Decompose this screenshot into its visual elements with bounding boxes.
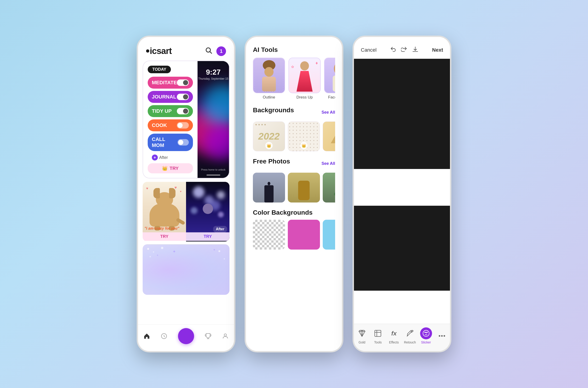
ai-tool-dressup[interactable]: ♦ ✿ Dress Up xyxy=(288,58,321,100)
orb3 xyxy=(217,191,225,199)
unlock-text: Press home to unlock xyxy=(198,168,229,171)
ai-tools-title: AI Tools xyxy=(253,46,335,53)
phone1-frame: icsart 1 TODAY MEDITATE xyxy=(137,36,235,352)
free-photos-list xyxy=(253,173,335,202)
editor-canvas-top xyxy=(354,59,450,169)
toggle-cook[interactable] xyxy=(177,122,189,129)
orb1 xyxy=(193,186,205,198)
cancel-button[interactable]: Cancel xyxy=(361,47,377,53)
screenshot-date: Thursday, September 15 xyxy=(198,77,229,80)
bg-card-2[interactable]: 👑 xyxy=(288,121,320,151)
bottom-nav xyxy=(138,324,234,351)
try-button-dog[interactable]: TRY xyxy=(143,232,186,241)
ai-tool-dressup-img: ♦ ✿ xyxy=(288,58,321,93)
dog-quote-text: "i am crazy for you" xyxy=(145,226,184,231)
crown-badge-2: 👑 xyxy=(300,142,307,149)
toggle-journal[interactable] xyxy=(177,94,189,100)
photo1-bg xyxy=(253,173,285,202)
nav-home[interactable] xyxy=(143,333,150,340)
habit-item-callmom[interactable]: CALL MOM xyxy=(148,134,193,151)
editor-canvas-bottom xyxy=(354,206,450,291)
toggle-knob-journal xyxy=(183,94,188,99)
screenshot-bg: 9:27 Thursday, September 15 Press home t… xyxy=(198,61,229,178)
toggle-meditate[interactable] xyxy=(177,79,189,86)
toggle-tidy[interactable] xyxy=(177,108,189,114)
tool-tools[interactable]: Tools xyxy=(372,327,384,344)
tool-more[interactable] xyxy=(436,330,448,342)
habit-label-cook: COOK xyxy=(152,122,167,128)
swatch-transparent[interactable] xyxy=(253,220,285,250)
undo-icon[interactable] xyxy=(390,46,396,54)
toggle-callmom[interactable] xyxy=(178,139,189,146)
tool-retouch[interactable]: Retouch xyxy=(404,327,416,344)
triangle-shape xyxy=(331,129,335,143)
bg-2022-text: 2022 xyxy=(258,131,280,142)
swatch-lightblue[interactable] xyxy=(323,220,335,250)
tools-icon xyxy=(372,327,384,339)
bg-card-3[interactable]: 👑 xyxy=(323,121,335,151)
phone3-frame: Cancel Next xyxy=(353,36,451,352)
sparkle4 xyxy=(150,256,151,257)
photo3-bg xyxy=(323,173,335,202)
star3: ✦ xyxy=(213,248,216,252)
next-button[interactable]: Next xyxy=(432,47,443,53)
tool-sticker[interactable]: Sticker xyxy=(420,327,432,344)
try-button-habit[interactable]: 👑 TRY xyxy=(148,163,193,173)
photo-card-3[interactable] xyxy=(323,173,335,202)
toggle-knob-callmom xyxy=(178,140,183,145)
ai-tool-outline[interactable]: Outline xyxy=(253,58,285,100)
photo-card-2[interactable] xyxy=(288,173,320,202)
try-button-after[interactable]: TRY xyxy=(186,232,230,241)
habit-item-journal[interactable]: JOURNAL xyxy=(148,91,193,103)
backgrounds-header: Backgrounds See All xyxy=(253,107,335,118)
habit-label-tidy: TIDY UP xyxy=(152,108,172,114)
habit-list: TODAY MEDITATE JOURNAL TIDY UP xyxy=(143,61,198,178)
dress-body xyxy=(297,71,313,92)
phone3-header: Cancel Next xyxy=(354,37,450,59)
search-icon[interactable] xyxy=(205,47,212,56)
home-indicator xyxy=(206,174,220,176)
ai-tool-faceaddons[interactable]: 🤙 Face Add-ons xyxy=(324,58,335,100)
svg-rect-4 xyxy=(375,330,381,337)
after-plus-icon[interactable]: + xyxy=(152,154,158,161)
notification-badge[interactable]: 1 xyxy=(216,46,226,56)
habit-item-meditate[interactable]: MEDITATE xyxy=(148,77,193,89)
nav-discover[interactable] xyxy=(160,333,167,340)
star2: ✦ xyxy=(156,254,159,257)
person-head xyxy=(203,204,213,214)
svg-point-9 xyxy=(439,335,440,336)
phone1-header: icsart 1 xyxy=(138,37,234,61)
bg-card-1[interactable]: 2022 👑 xyxy=(253,121,285,151)
habit-item-tidy[interactable]: TIDY UP xyxy=(148,105,193,117)
silhouette-person xyxy=(264,182,274,202)
retouch-label: Retouch xyxy=(404,340,416,344)
nav-profile[interactable] xyxy=(222,333,229,340)
habit-item-cook[interactable]: COOK xyxy=(148,119,193,131)
yellow-person xyxy=(298,181,310,200)
orb5 xyxy=(191,207,198,214)
redo-icon[interactable] xyxy=(401,46,408,54)
free-photos-header: Free Photos See All xyxy=(253,158,335,169)
color-bg-title: Color Backgrounds xyxy=(253,209,335,216)
orb6 xyxy=(218,212,224,218)
nav-add-button[interactable] xyxy=(178,328,194,344)
habit-label-meditate: MEDITATE xyxy=(152,80,177,86)
photo-card-1[interactable] xyxy=(253,173,285,202)
habit-label-callmom: CALL MOM xyxy=(152,136,178,148)
gold-icon xyxy=(356,327,368,339)
after-text: After xyxy=(159,155,168,160)
swatch-pink[interactable] xyxy=(288,220,320,250)
backgrounds-see-all[interactable]: See All xyxy=(322,110,335,115)
logo-dot xyxy=(146,49,149,52)
tool-effects[interactable]: fx Effects xyxy=(388,327,400,344)
screenshot-time: 9:27 xyxy=(198,68,229,76)
download-icon[interactable] xyxy=(412,46,418,54)
nav-trophy[interactable] xyxy=(205,333,211,340)
crown-icon: 👑 xyxy=(162,166,168,171)
editor-bottom-nav: Gold Tools fx Effects xyxy=(354,324,450,351)
after-label: + After xyxy=(148,153,193,161)
header-actions xyxy=(390,46,418,54)
picsart-logo: icsart xyxy=(146,46,172,56)
free-photos-see-all[interactable]: See All xyxy=(322,161,335,166)
tool-gold[interactable]: Gold xyxy=(356,327,368,344)
